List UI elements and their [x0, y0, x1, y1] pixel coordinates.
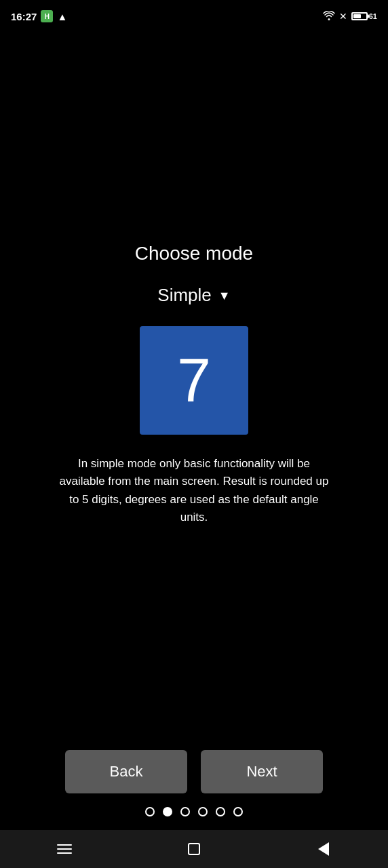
back-triangle-icon [318, 842, 329, 856]
app-icon-green: H [41, 10, 53, 22]
home-button[interactable] [180, 835, 208, 863]
dot-6 [233, 807, 243, 816]
dot-5 [216, 807, 225, 816]
chevron-down-icon: ▼ [218, 289, 231, 303]
battery-percent: 61 [369, 12, 377, 20]
status-left: 16:27 H ▲ [11, 10, 67, 22]
back-system-button[interactable] [310, 835, 337, 863]
status-bar: 16:27 H ▲ ✕ 61 [0, 0, 388, 30]
x-icon: ✕ [339, 11, 347, 22]
mode-number: 7 [177, 350, 211, 411]
status-time: 16:27 [11, 11, 37, 22]
warning-icon: ▲ [57, 11, 67, 22]
page-indicators [145, 807, 243, 816]
menu-icon [57, 844, 72, 854]
mode-label: Simple [157, 285, 211, 306]
square-icon [188, 843, 200, 855]
dot-1 [145, 807, 155, 816]
dot-4 [198, 807, 208, 816]
hamburger-button[interactable] [51, 835, 78, 863]
mode-description: In simple mode only basic functionality … [58, 455, 330, 526]
status-right: ✕ 61 [323, 11, 377, 22]
next-button[interactable]: Next [201, 750, 323, 793]
dot-3 [180, 807, 190, 816]
dot-2 [163, 807, 172, 816]
bottom-navigation: Back Next [0, 739, 388, 830]
wifi-icon [323, 11, 335, 22]
nav-buttons: Back Next [14, 750, 374, 793]
back-button[interactable]: Back [65, 750, 187, 793]
main-content: Choose mode Simple ▼ 7 In simple mode on… [0, 30, 388, 739]
page-title: Choose mode [135, 243, 253, 264]
mode-icon-box: 7 [140, 326, 248, 435]
mode-dropdown[interactable]: Simple ▼ [157, 285, 230, 306]
battery-icon: 61 [351, 12, 377, 20]
system-nav-bar [0, 830, 388, 868]
